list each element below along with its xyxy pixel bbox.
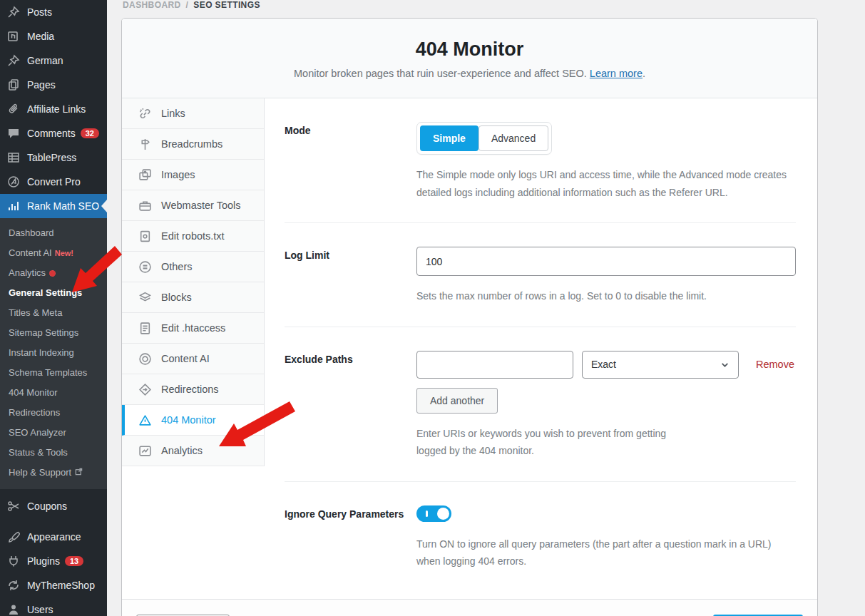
exclude-path-input[interactable] <box>416 351 573 379</box>
table-icon <box>6 150 21 165</box>
content-ai-icon <box>138 351 152 366</box>
submenu-item-titles-meta[interactable]: Titles & Meta <box>0 303 107 323</box>
mode-simple-button[interactable]: Simple <box>420 125 478 151</box>
submenu-item-seo-analyzer[interactable]: SEO Analyzer <box>0 423 107 443</box>
tab-blocks[interactable]: Blocks <box>122 282 264 313</box>
paperclip-icon <box>6 102 21 116</box>
submenu-item-404-monitor[interactable]: 404 Monitor <box>0 383 107 403</box>
pushpin-icon <box>6 5 21 19</box>
chart-bars-icon <box>6 199 21 213</box>
page-title: 404 Monitor <box>136 38 803 61</box>
sidebar-item-appearance[interactable]: Appearance <box>0 525 107 549</box>
sidebar-item-media[interactable]: Media <box>0 24 107 48</box>
settings-panel: 404 Monitor Monitor broken pages that ru… <box>121 18 818 616</box>
mode-label: Mode <box>285 122 416 201</box>
tab-label: Edit .htaccess <box>161 322 225 334</box>
match-type-value: Exact <box>591 359 616 370</box>
tab-label: Webmaster Tools <box>161 200 240 211</box>
log-limit-input[interactable] <box>416 247 796 276</box>
external-link-icon <box>75 468 83 476</box>
tab-content-ai[interactable]: Content AI <box>122 344 264 374</box>
mode-advanced-button[interactable]: Advanced <box>478 125 548 151</box>
sidebar-item-posts[interactable]: Posts <box>0 0 107 24</box>
tab-images[interactable]: Images <box>122 160 264 190</box>
tab-webmaster-tools[interactable]: Webmaster Tools <box>122 190 264 221</box>
submenu-item-analytics[interactable]: Analytics <box>0 263 107 283</box>
sidebar-item-label: Comments <box>27 128 76 139</box>
exclude-paths-label: Exclude Paths <box>285 351 416 460</box>
tab-edit-htaccess[interactable]: Edit .htaccess <box>122 313 264 344</box>
mode-row: Mode Simple Advanced The Simple mode onl… <box>285 98 796 222</box>
tab-label: Redirections <box>161 384 219 395</box>
tab-links[interactable]: Links <box>122 98 264 129</box>
match-type-select[interactable]: Exact <box>582 351 739 379</box>
submenu-item-redirections[interactable]: Redirections <box>0 403 107 423</box>
sidebar-item-pages[interactable]: Pages <box>0 73 107 97</box>
sidebar-item-label: TablePress <box>27 152 76 163</box>
sidebar-item-german[interactable]: German <box>0 48 107 73</box>
sidebar-item-comments[interactable]: Comments 32 <box>0 121 107 145</box>
comments-count-badge: 32 <box>81 128 99 138</box>
tab-edit-robots-txt[interactable]: Edit robots.txt <box>122 221 264 252</box>
exclude-paths-description: Enter URIs or keywords you wish to preve… <box>416 425 687 460</box>
sidebar-item-label: Plugins <box>27 555 60 567</box>
ignore-query-toggle[interactable] <box>416 505 451 522</box>
file-text-icon <box>138 321 152 335</box>
sidebar-item-mythemeshop[interactable]: MyThemeShop <box>0 573 107 597</box>
redirect-icon <box>138 382 152 396</box>
submenu-item-general-settings[interactable]: General Settings <box>0 283 107 303</box>
sidebar-item-convert-pro[interactable]: Convert Pro <box>0 170 107 194</box>
rank-math-submenu: Dashboard Content AINew! Analytics Gener… <box>0 218 107 489</box>
tab-label: Content AI <box>161 353 210 364</box>
submenu-item-instant-indexing[interactable]: Instant Indexing <box>0 343 107 363</box>
blocks-icon <box>138 290 152 304</box>
tab-label: Others <box>161 261 193 272</box>
log-limit-description: Sets the max number of rows in a log. Se… <box>416 287 796 305</box>
submenu-item-sitemap-settings[interactable]: Sitemap Settings <box>0 323 107 343</box>
main-content: DASHBOARD / SEO SETTINGS 404 Monitor Mon… <box>107 0 865 616</box>
robots-file-icon <box>138 229 152 243</box>
user-icon <box>6 602 21 616</box>
remove-link[interactable]: Remove <box>756 359 794 370</box>
tab-label: 404 Monitor <box>161 414 216 426</box>
settings-form: Mode Simple Advanced The Simple mode onl… <box>265 98 817 599</box>
panel-header: 404 Monitor Monitor broken pages that ru… <box>122 19 817 98</box>
sidebar-item-coupons[interactable]: Coupons <box>0 494 107 518</box>
plug-icon <box>6 554 21 568</box>
submenu-item-help-support[interactable]: Help & Support <box>0 463 107 483</box>
tab-label: Edit robots.txt <box>161 230 225 242</box>
circle-menu-icon <box>138 260 152 274</box>
pushpin-icon <box>6 53 21 68</box>
ignore-query-description: Turn ON to ignore all query parameters (… <box>416 535 796 570</box>
sidebar-item-affiliate-links[interactable]: Affiliate Links <box>0 97 107 121</box>
breadcrumb-dashboard[interactable]: DASHBOARD <box>123 0 181 10</box>
ignore-query-label: Ignore Query Parameters <box>285 505 416 570</box>
sidebar-item-plugins[interactable]: Plugins 13 <box>0 549 107 573</box>
submenu-item-dashboard[interactable]: Dashboard <box>0 223 107 243</box>
tab-label: Analytics <box>161 445 203 456</box>
pages-icon <box>6 78 21 92</box>
mode-description: The Simple mode only logs URI and access… <box>416 166 787 201</box>
sidebar-item-users[interactable]: Users <box>0 597 107 616</box>
signpost-icon <box>138 137 152 151</box>
settings-tab-list: Links Breadcrumbs Images Webmaster Tools… <box>122 98 265 466</box>
tab-404-monitor[interactable]: 404 Monitor <box>122 405 264 436</box>
tab-others[interactable]: Others <box>122 252 264 282</box>
sidebar-item-label: Pages <box>27 79 56 91</box>
tab-label: Blocks <box>161 292 192 303</box>
submenu-item-content-ai[interactable]: Content AINew! <box>0 243 107 263</box>
toggle-on-mark <box>426 510 428 517</box>
tab-label: Links <box>161 108 185 119</box>
submenu-item-status-tools[interactable]: Status & Tools <box>0 443 107 463</box>
tab-breadcrumbs[interactable]: Breadcrumbs <box>122 129 264 160</box>
learn-more-link[interactable]: Learn more <box>590 68 643 79</box>
sidebar-item-tablepress[interactable]: TablePress <box>0 145 107 170</box>
breadcrumb: DASHBOARD / SEO SETTINGS <box>107 0 865 16</box>
page-subtitle: Monitor broken pages that ruin user-expe… <box>136 68 803 79</box>
tab-analytics[interactable]: Analytics <box>122 436 264 466</box>
tab-redirections[interactable]: Redirections <box>122 374 264 405</box>
submenu-item-schema-templates[interactable]: Schema Templates <box>0 363 107 383</box>
briefcase-icon <box>138 198 152 212</box>
sidebar-item-rank-math-seo[interactable]: Rank Math SEO <box>0 194 107 218</box>
add-another-button[interactable]: Add another <box>416 388 498 414</box>
